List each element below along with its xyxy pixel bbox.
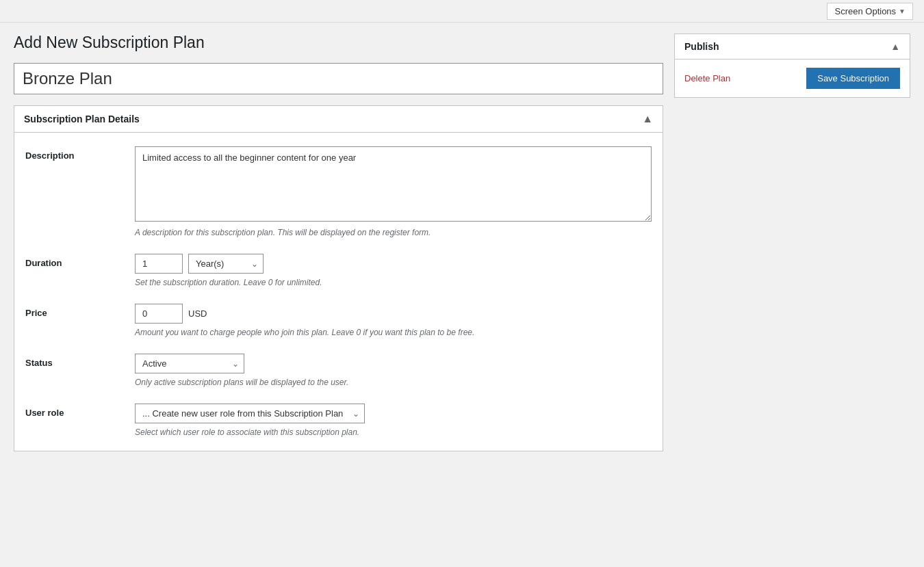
right-column: Publish ▲ Delete Plan Save Subscription — [674, 34, 910, 98]
price-label: Price — [25, 304, 135, 318]
status-row: Status Active Inactive ⌄ Only active sub… — [25, 354, 652, 387]
status-hint: Only active subscription plans will be d… — [135, 378, 652, 387]
description-row: Description Limited access to all the be… — [25, 146, 652, 237]
main-content: Add New Subscription Plan Subscription P… — [0, 23, 924, 462]
details-panel-toggle-icon: ▲ — [642, 113, 653, 125]
price-hint: Amount you want to charge people who joi… — [135, 328, 652, 337]
description-textarea[interactable]: Limited access to all the beginner conte… — [135, 146, 652, 222]
publish-panel: Publish ▲ Delete Plan Save Subscription — [674, 34, 910, 98]
price-field: USD Amount you want to charge people who… — [135, 304, 652, 337]
duration-field: Day(s) Week(s) Month(s) Year(s) ⌄ Set th… — [135, 254, 652, 287]
left-column: Add New Subscription Plan Subscription P… — [14, 34, 663, 451]
price-row: Price USD Amount you want to charge peop… — [25, 304, 652, 337]
user-role-field: ... Create new user role from this Subsc… — [135, 404, 652, 437]
user-role-row: User role ... Create new user role from … — [25, 404, 652, 437]
duration-hint: Set the subscription duration. Leave 0 f… — [135, 278, 652, 287]
details-panel-body: Description Limited access to all the be… — [14, 133, 663, 451]
description-field: Limited access to all the beginner conte… — [135, 146, 652, 237]
user-role-label: User role — [25, 404, 135, 418]
description-label: Description — [25, 146, 135, 161]
price-input[interactable] — [135, 304, 183, 324]
publish-panel-body: Delete Plan Save Subscription — [675, 60, 910, 97]
user-role-hint: Select which user role to associate with… — [135, 427, 652, 437]
status-label: Status — [25, 354, 135, 368]
duration-unit-wrapper: Day(s) Week(s) Month(s) Year(s) ⌄ — [188, 254, 264, 274]
publish-panel-heading: Publish — [684, 41, 719, 52]
publish-toggle-icon: ▲ — [890, 41, 900, 52]
duration-inputs: Day(s) Week(s) Month(s) Year(s) ⌄ — [135, 254, 652, 274]
details-panel: Subscription Plan Details ▲ Description … — [14, 105, 663, 451]
details-panel-header[interactable]: Subscription Plan Details ▲ — [14, 106, 663, 133]
user-role-select[interactable]: ... Create new user role from this Subsc… — [135, 404, 365, 423]
screen-options-label: Screen Options — [834, 6, 896, 16]
publish-panel-header[interactable]: Publish ▲ — [675, 34, 910, 60]
plan-title-input[interactable] — [14, 63, 663, 94]
top-bar: Screen Options ▼ — [0, 0, 924, 23]
user-role-select-wrapper: ... Create new user role from this Subsc… — [135, 404, 365, 423]
details-panel-heading: Subscription Plan Details — [24, 114, 140, 124]
description-hint: A description for this subscription plan… — [135, 228, 652, 237]
price-inputs: USD — [135, 304, 652, 324]
status-field: Active Inactive ⌄ Only active subscripti… — [135, 354, 652, 387]
duration-unit-select[interactable]: Day(s) Week(s) Month(s) Year(s) — [188, 254, 264, 274]
delete-plan-link[interactable]: Delete Plan — [684, 73, 730, 83]
screen-options-arrow: ▼ — [899, 8, 906, 15]
page-title: Add New Subscription Plan — [14, 34, 663, 52]
price-currency: USD — [188, 308, 207, 319]
screen-options-button[interactable]: Screen Options ▼ — [827, 3, 913, 20]
status-select[interactable]: Active Inactive — [135, 354, 244, 373]
duration-label: Duration — [25, 254, 135, 268]
save-subscription-button[interactable]: Save Subscription — [806, 68, 900, 89]
duration-number-input[interactable] — [135, 254, 183, 274]
status-select-wrapper: Active Inactive ⌄ — [135, 354, 244, 373]
duration-row: Duration Day(s) Week(s) Month(s) Year(s) — [25, 254, 652, 287]
